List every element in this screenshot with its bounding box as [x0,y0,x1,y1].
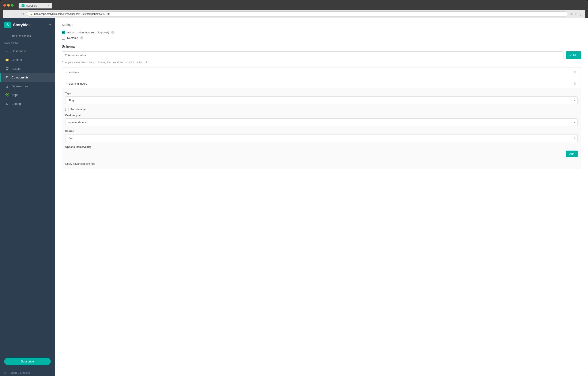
tab-bar: S Storyblok ✕ + [19,2,59,9]
app-layout: S Storyblok ▾ ← ← Back to spaces Store F… [0,18,588,376]
nestable-checkbox[interactable] [62,36,65,40]
schema-input-row: + Add [62,51,581,59]
schema-field-address-header[interactable]: ≡ address 🗑 [62,67,581,77]
logo-chevron-icon[interactable]: ▾ [49,23,51,26]
schema-hint: Examples: news_items, body, columns, tit… [62,61,581,64]
back-button[interactable]: ← [6,12,11,16]
options-label: Options (name/value) [65,145,578,148]
act-as-content-type-checkbox[interactable] [62,31,65,34]
nestable-help-icon[interactable]: ? [80,36,84,40]
translatable-checkbox[interactable] [65,108,68,111]
options-section: Options (name/value) Add [65,145,578,157]
space-name: Store Finder [0,40,55,47]
browser-titlebar: S Storyblok ✕ + ← → ↻ 🔒 https://app.stor… [0,0,588,18]
sidebar-item-label: Dashboard [12,49,26,53]
extensions-button[interactable]: ⊞ [575,12,577,16]
custom-type-section: Custom type opening-hours ▾ [65,114,578,126]
tab-close-button[interactable]: ✕ [48,4,49,7]
delete-opening-hours-button[interactable]: 🗑 [572,81,578,86]
schema-section: Schema + Add Examples: news_items, body,… [62,45,581,169]
minimize-traffic-light[interactable] [7,4,10,7]
schema-field-address: ≡ address 🗑 [62,67,581,77]
custom-type-select-wrapper: opening-hours ▾ [65,118,578,126]
bookmark-button[interactable]: ☆ [570,12,573,16]
tab-title: Storyblok [26,4,37,7]
sidebar-logo: S Storyblok ▾ [0,18,55,32]
add-label: Add [573,54,578,57]
content-icon: 📁 [5,58,9,62]
maximize-traffic-light[interactable] [11,4,13,7]
custom-type-select[interactable]: opening-hours [65,118,578,126]
type-select[interactable]: Plugin Text Textarea Richtext Number Boo… [65,96,578,104]
apps-icon: 🧩 [5,93,9,97]
sidebar-item-label: Datasources [12,85,28,88]
plus-icon: + [570,54,571,57]
options-add-button[interactable]: Add [566,151,578,157]
address-bar[interactable]: 🔒 https://app.storyblok.com/#!/me/spaces… [27,11,568,16]
field-opening-hours-name: opening_hours [69,82,570,85]
settings-section: Settings Act as content type (eg. blog-p… [62,23,581,40]
main-content: Settings Act as content type (eg. blog-p… [55,18,588,376]
sidebar-footer-report[interactable]: ⊙ Report a problem [0,369,55,376]
type-label: Type [65,92,578,95]
field-details-opening-hours: Type Plugin Text Textarea Richtext Numbe… [62,88,581,169]
logo-text: Storyblok [13,23,31,27]
schema-add-button[interactable]: + Add [566,51,581,59]
act-as-content-type-help-icon[interactable]: ? [111,31,115,34]
close-traffic-light[interactable] [3,4,6,7]
browser-actions: ☆ ⊞ ⋮ [570,12,582,16]
sidebar-item-components[interactable]: ⚙ Components [0,73,55,82]
schema-field-opening-hours-header[interactable]: ≡ opening_hours 🗑 [62,79,581,88]
assets-icon: 🖼 [5,67,9,70]
sidebar-item-label: Assets [12,67,21,70]
reload-button[interactable]: ↻ [20,12,25,16]
sidebar-item-datasources[interactable]: 🗄 Datasources [0,82,55,90]
datasources-icon: 🗄 [5,84,9,88]
schema-field-opening-hours: ≡ opening_hours 🗑 Type Plugin Text Tex [62,79,581,169]
sidebar-item-assets[interactable]: 🖼 Assets [0,64,55,73]
sidebar-item-content[interactable]: 📁 Content [0,55,55,64]
nestable-label: Nestable [67,36,78,40]
browser-frame: S Storyblok ✕ + ← → ↻ 🔒 https://app.stor… [0,0,588,376]
traffic-lights [3,4,13,7]
sidebar-item-label: Components [12,76,28,79]
show-advanced-settings-link[interactable]: Show advanced settings [65,162,95,165]
translatable-row: Translatable [65,108,578,111]
sidebar: S Storyblok ▾ ← ← Back to spaces Store F… [0,18,55,376]
sidebar-item-settings[interactable]: ⚙ Settings [0,100,55,108]
report-label: Report a problem [9,371,30,374]
back-to-spaces-label: ← Back to spaces [9,34,31,37]
address-url: https://app.storyblok.com/#!/me/spaces/5… [34,12,110,15]
drag-handle-icon: ≡ [65,82,67,85]
type-section: Type Plugin Text Textarea Richtext Numbe… [65,92,578,104]
act-as-content-type-label: Act as content type (eg. blog-post) [67,31,109,34]
browser-tab-active[interactable]: S Storyblok ✕ [19,3,52,9]
sidebar-item-dashboard[interactable]: ⌂ Dashboard [0,47,55,55]
translatable-label: Translatable [71,108,85,111]
menu-button[interactable]: ⋮ [579,12,582,16]
sidebar-nav: ⌂ Dashboard 📁 Content 🖼 Assets ⚙ Compone… [0,47,55,354]
settings-icon: ⚙ [5,102,9,106]
delete-address-button[interactable]: 🗑 [572,70,578,74]
sidebar-item-label: Content [12,58,22,62]
custom-type-label: Custom type [65,114,578,117]
subscribe-button[interactable]: Subscribe [4,358,51,365]
source-select[interactable]: Self Internal stories Internal story Ext… [65,134,578,142]
back-to-spaces-link[interactable]: ← ← Back to spaces [0,32,55,40]
source-select-wrapper: Self Internal stories Internal story Ext… [65,134,578,142]
new-tab-button[interactable]: + [53,2,59,9]
logo-icon: S [4,22,11,28]
section-title: Settings [62,23,581,26]
sidebar-item-apps[interactable]: 🧩 Apps [0,90,55,100]
source-label: Source [65,130,578,133]
address-bar-row: ← → ↻ 🔒 https://app.storyblok.com/#!/me/… [3,10,585,18]
lock-icon: 🔒 [30,13,33,15]
source-section: Source Self Internal stories Internal st… [65,130,578,142]
browser-controls: S Storyblok ✕ + [3,2,585,9]
forward-button[interactable]: → [13,12,18,16]
report-icon: ⊙ [4,371,7,374]
act-as-content-type-row: Act as content type (eg. blog-post) ? [62,31,581,34]
dashboard-icon: ⌂ [5,49,9,53]
components-icon: ⚙ [5,76,9,79]
schema-key-input[interactable] [62,51,564,59]
